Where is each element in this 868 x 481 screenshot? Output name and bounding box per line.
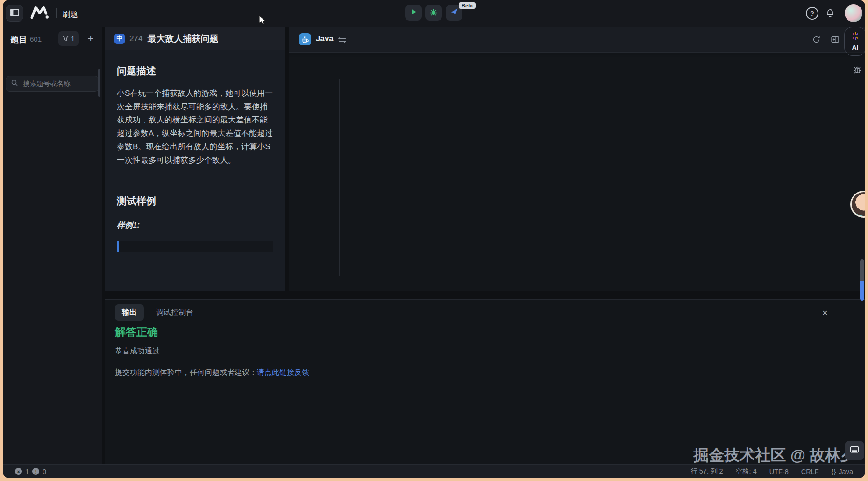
filter-count: 1 (71, 35, 75, 43)
ai-label: AI (852, 43, 859, 51)
code-area[interactable] (289, 53, 865, 291)
language-mode-label: Java (839, 468, 853, 475)
run-button[interactable] (405, 5, 422, 21)
warning-icon: ! (32, 468, 39, 475)
output-tabs: 输出 调试控制台 (115, 304, 193, 321)
tab-debug-console[interactable]: 调试控制台 (156, 308, 193, 317)
problems-title: 题目 (10, 34, 27, 45)
problem-list (3, 98, 102, 464)
output-panel: 输出 调试控制台 × 解答正确 恭喜成功通过 提交功能内测体验中，任何问题或者建… (105, 299, 865, 465)
problems-count: 601 (30, 35, 42, 43)
description-heading: 问题描述 (117, 65, 273, 78)
reset-code-icon[interactable] (812, 36, 820, 45)
editor-header: Java (289, 27, 865, 53)
sparkle-icon (851, 32, 860, 42)
notification-bell-icon[interactable] (825, 7, 835, 18)
sidebar-header: 题目 601 1 + (3, 30, 102, 47)
search-input[interactable] (22, 79, 94, 88)
problem-panel: 中 274 最大敌人捕获问题 问题描述 小S在玩一个捕获敌人的游戏，她可以使用一… (105, 27, 285, 291)
play-icon (410, 8, 417, 17)
problem-id: 274 (129, 34, 142, 43)
watermark: 掘金技术社区 @ 故林夕 (693, 445, 856, 466)
code-editor-panel: Java (289, 27, 865, 291)
ai-assistant-button[interactable]: AI (844, 27, 865, 56)
app-logo[interactable] (30, 6, 50, 21)
bug-icon (430, 8, 437, 17)
error-count: 1 (25, 468, 29, 475)
debug-rail-icon[interactable] (853, 65, 861, 76)
sidebar-scrollbar-thumb[interactable] (98, 69, 100, 97)
beta-badge: Beta (459, 2, 476, 9)
status-bar: × 1 ! 0 行 57, 列 2 空格: 4 UTF-8 CRLF {} Ja… (3, 464, 865, 478)
braces-icon: {} (832, 468, 836, 475)
cursor-position[interactable]: 行 57, 列 2 (690, 467, 723, 476)
sticky-scroll-lines (289, 53, 865, 53)
problem-header: 中 274 最大敌人捕获问题 (105, 27, 285, 50)
paper-plane-icon (450, 8, 458, 17)
search-box (6, 76, 99, 92)
java-language-icon (299, 33, 311, 45)
warning-count: 0 (43, 468, 46, 475)
funnel-icon (63, 35, 69, 43)
page-scroll-indicator[interactable] (860, 259, 864, 301)
app-label: 刷题 (62, 9, 78, 20)
split-view-icon[interactable] (831, 36, 839, 45)
switch-language-icon[interactable] (338, 36, 346, 45)
feedback-text: 提交功能内测体验中，任何问题或者建议： (115, 368, 257, 376)
encoding[interactable]: UTF-8 (769, 468, 789, 475)
topbar-divider (56, 8, 57, 18)
editor-language-label: Java (316, 34, 334, 43)
problem-title: 最大敌人捕获问题 (147, 33, 218, 45)
difficulty-badge: 中 (114, 34, 125, 44)
feedback-link[interactable]: 请点此链接反馈 (257, 368, 309, 376)
tab-output[interactable]: 输出 (115, 304, 144, 321)
add-problem-button[interactable]: + (83, 30, 98, 46)
problem-sidebar: 题目 601 1 + (3, 27, 102, 464)
result-message: 恭喜成功通过 (115, 346, 160, 356)
debug-button[interactable] (425, 5, 442, 21)
indent-guide (339, 79, 340, 276)
filter-button[interactable]: 1 (58, 31, 79, 46)
logo-icon (30, 5, 50, 21)
language-mode[interactable]: {} Java (832, 468, 853, 475)
sample-1-label: 样例1: (117, 220, 273, 230)
result-status: 解答正确 (115, 325, 158, 339)
indentation[interactable]: 空格: 4 (736, 467, 757, 476)
help-button[interactable]: ? (806, 7, 818, 20)
sample-input-block (117, 241, 273, 252)
section-divider (117, 180, 273, 180)
samples-heading: 测试样例 (117, 194, 273, 208)
feedback-line: 提交功能内测体验中，任何问题或者建议：请点此链接反馈 (115, 368, 309, 378)
monitor-icon (850, 446, 859, 456)
problem-body: 问题描述 小S在玩一个捕获敌人的游戏，她可以使用一次全屏技能来捕获尽可能多的敌人… (117, 50, 273, 291)
user-avatar[interactable] (845, 4, 862, 22)
sidebar-toggle-button[interactable] (6, 5, 23, 22)
app-window: 刷题 Beta ? 题目 601 1 + (3, 0, 865, 478)
error-icon: × (15, 468, 22, 475)
sidebar-toggle-icon (10, 9, 19, 18)
editor-status-items: 行 57, 列 2 空格: 4 UTF-8 CRLF {} Java (690, 467, 853, 476)
eol-sequence[interactable]: CRLF (801, 468, 819, 475)
topbar: 刷题 Beta ? (3, 0, 865, 27)
close-output-button[interactable]: × (819, 307, 831, 318)
problem-paragraph-1: 小S在玩一个捕获敌人的游戏，她可以使用一次全屏技能来捕获尽可能多的敌人。要使捕获… (117, 87, 273, 167)
problems-counters[interactable]: × 1 ! 0 (15, 468, 46, 475)
monitor-button[interactable] (845, 441, 864, 460)
search-icon (11, 79, 18, 88)
